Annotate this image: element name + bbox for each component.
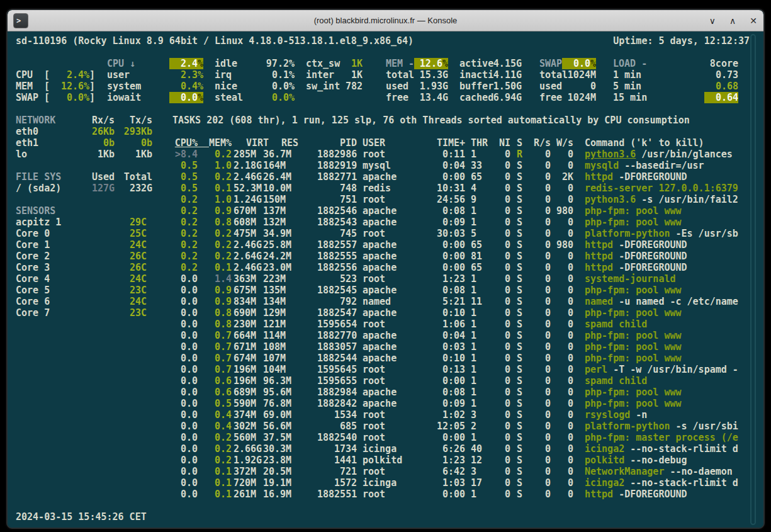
cell-s: S — [517, 466, 528, 477]
cell-cpu: 0.0 — [164, 375, 198, 387]
cell-mem: 0.8 — [198, 217, 232, 228]
cell-command: httpd -DFOREGROUND — [585, 251, 687, 262]
cell-res: 25.8M — [263, 239, 300, 251]
scrollbar[interactable] — [750, 34, 756, 525]
cell-rs: 0 — [534, 296, 551, 307]
cell-ws: 0 — [556, 455, 573, 466]
cell-ni: 0 — [493, 183, 510, 194]
cell-mem: 0.2 — [198, 239, 232, 251]
process-row: 0.00.7664M114M1882770apache0:0410S00php-… — [8, 330, 763, 341]
cell-pid: 1595655 — [317, 375, 357, 387]
cell-user: root — [363, 228, 414, 239]
cell-user: apache — [363, 285, 414, 296]
cell-thr: 1 — [471, 217, 490, 228]
cell-command: python3.6 /usr/bin/glances — [585, 149, 733, 160]
cell-rs: 0 — [534, 183, 551, 194]
cell-res: 104M — [263, 364, 300, 375]
stat-value: 0.73 — [704, 69, 738, 81]
stat-label: 1 min — [613, 69, 647, 81]
cell-command: platform-python -Es /usr/sb — [585, 228, 738, 239]
cell-user: icinga — [363, 477, 414, 489]
cell-ws: 980 — [556, 239, 573, 251]
cell-mem: 0.7 — [198, 330, 232, 341]
cell-pid: 523 — [317, 273, 357, 285]
process-row: 0.00.4302M56.6M685root12:0520S00platform… — [8, 421, 763, 432]
cell-pid: 1882540 — [317, 432, 357, 443]
cell-pid: 748 — [317, 183, 357, 194]
cell-res: 69.0M — [263, 409, 300, 421]
cell-s: S — [517, 443, 528, 455]
cell-ni: 0 — [493, 341, 510, 353]
titlebar[interactable]: > (root) blackbird.microlinux.fr — Konso… — [8, 10, 763, 31]
cell-mem: 0.7 — [198, 353, 232, 364]
cell-rs: 0 — [534, 432, 551, 443]
cell-mem: 0.8 — [198, 307, 232, 319]
cell-ni: 0 — [493, 319, 510, 330]
cell-pid: 1882842 — [317, 398, 357, 409]
cell-thr: 1 — [471, 353, 490, 364]
col-header-res: RES — [263, 137, 300, 149]
cell-ws: 0 — [556, 387, 573, 398]
cell-ni: 0 — [493, 285, 510, 296]
cell-ws: 0 — [556, 432, 573, 443]
cell-s: S — [517, 409, 528, 421]
cell-ws: 0 — [556, 398, 573, 409]
cell-command: python3.6 -s /usr/bin/fail2 — [585, 194, 738, 205]
cell-s: S — [517, 296, 528, 307]
cell-ws: 0 — [556, 341, 573, 353]
cell-pid: 792 — [317, 296, 357, 307]
cell-cpu: 0.2 — [164, 239, 198, 251]
col-header-time: TIME+ — [437, 137, 465, 149]
cell-s: S — [517, 183, 528, 194]
cell-rs: 0 — [534, 160, 551, 171]
uptime-label: Uptime: 5 days, 12:12:37 — [613, 35, 750, 47]
process-row: 0.20.22.46G25.8M1882557apache0:00650S098… — [8, 239, 763, 251]
cell-res: 23.8M — [263, 455, 300, 466]
cell-res: 129M — [263, 307, 300, 319]
cell-ni: 0 — [493, 466, 510, 477]
cell-rs: 0 — [534, 341, 551, 353]
cell-res: 56.6M — [263, 421, 300, 432]
network-title: NETWORK — [16, 115, 79, 126]
cell-time: 0:09 — [437, 398, 465, 409]
cell-ni: 0 — [493, 432, 510, 443]
cell-pid: 1441 — [317, 455, 357, 466]
cell-ws: 0 — [556, 409, 573, 421]
cell-s: S — [517, 489, 528, 500]
cell-res: 114M — [263, 330, 300, 341]
cell-user: named — [363, 296, 414, 307]
cell-thr: 1 — [471, 273, 490, 285]
cell-ws: 0 — [556, 466, 573, 477]
cell-res: 150M — [263, 194, 300, 205]
load-stats-row: 1 min0.73 — [8, 69, 763, 81]
process-row: 0.50.22.46G26.4M1882771apache0:00650S02K… — [8, 171, 763, 183]
cell-cpu: 0.0 — [164, 341, 198, 353]
konsole-window: > (root) blackbird.microlinux.fr — Konso… — [6, 9, 765, 529]
cell-mem: 0.1 — [198, 466, 232, 477]
cell-rs: 0 — [534, 489, 551, 500]
terminal-screen[interactable]: sd-110196 (Rocky Linux 8.9 64bit / Linux… — [8, 31, 763, 528]
cell-user: apache — [363, 387, 414, 398]
cell-time: 0:13 — [437, 364, 465, 375]
cell-mem: 1.4 — [198, 273, 232, 285]
cell-ws: 0 — [556, 443, 573, 455]
process-row: 0.00.1261M16.9M1882551root0:0010S00httpd… — [8, 489, 763, 500]
cell-command: platform-python -s /usr/sbi — [585, 421, 738, 432]
cell-cpu: 0.0 — [164, 421, 198, 432]
stat-label: 5 min — [613, 81, 647, 92]
cell-mem: 0.2 — [198, 228, 232, 239]
cell-s: S — [517, 353, 528, 364]
cell-res: 23.0M — [263, 262, 300, 273]
cell-mem: 0.8 — [198, 319, 232, 330]
minimize-button[interactable]: ∨ — [709, 16, 716, 25]
maximize-button[interactable]: ∧ — [729, 16, 736, 25]
cell-mem: 0.1 — [198, 262, 232, 273]
cell-rs: 0 — [534, 353, 551, 364]
col-header: Tx/s — [118, 115, 152, 126]
cell-command: php-fpm: pool www — [585, 205, 682, 217]
close-button[interactable]: ✕ — [750, 16, 757, 25]
cell-ni: 0 — [493, 477, 510, 489]
cell-ni: 0 — [493, 296, 510, 307]
cell-s: S — [517, 205, 528, 217]
cell-rs: 0 — [534, 330, 551, 341]
